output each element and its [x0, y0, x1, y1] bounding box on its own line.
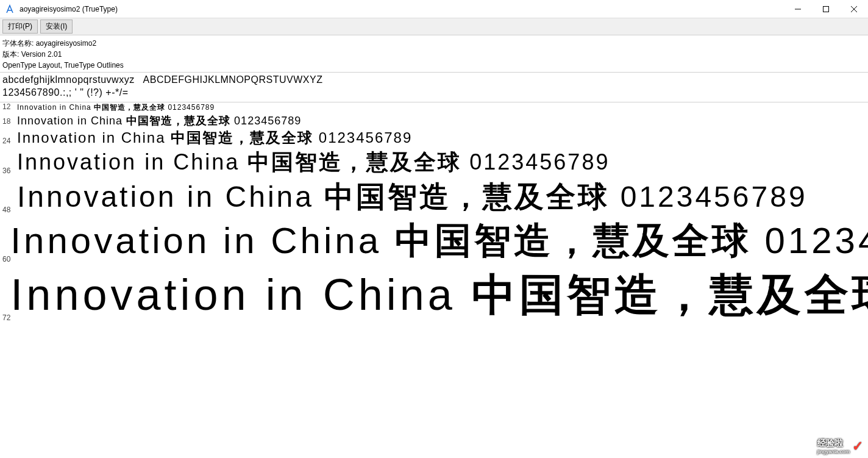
version-label: 版本: — [2, 50, 19, 59]
sample-row-24: 24Innovation in China 中国智造，慧及全球 01234567… — [0, 128, 868, 148]
sample-row-18: 18Innovation in China 中国智造，慧及全球 01234567… — [0, 113, 868, 128]
install-button[interactable]: 安装(I) — [40, 20, 73, 34]
minimize-icon — [795, 6, 801, 12]
sample-row-12: 12Innovation in China 中国智造，慧及全球 01234567… — [0, 102, 868, 113]
size-label: 18 — [2, 117, 17, 128]
sample-text-list: 12Innovation in China 中国智造，慧及全球 01234567… — [0, 102, 868, 324]
sample-row-72: 72Innovation in China 中国智造，慧及全球 01234567… — [0, 266, 868, 324]
font-name-value: aoyagireisyosimo2 — [36, 39, 96, 48]
alphabet-preview: abcdefghijklmnopqrstuvwxyz ABCDEFGHIJKLM… — [0, 73, 868, 102]
maximize-icon — [823, 6, 829, 12]
version-row: 版本: Version 2.01 — [2, 49, 866, 60]
uppercase-letters: ABCDEFGHIJKLMNOPQRSTUVWXYZ — [143, 74, 323, 85]
window-titlebar: aoyagireisyosimo2 (TrueType) — [0, 0, 868, 18]
close-button[interactable] — [840, 0, 868, 18]
sample-text: Innovation in China 中国智造，慧及全球 0123456789 — [17, 177, 808, 216]
checkmark-icon: ✓ — [852, 438, 863, 454]
watermark-text: 经验啦 jingyanla.com — [817, 438, 850, 454]
sample-row-36: 36Innovation in China 中国智造，慧及全球 01234567… — [0, 148, 868, 177]
sample-text: Innovation in China 中国智造，慧及全球 0123456789 — [17, 102, 215, 113]
size-label: 24 — [2, 137, 17, 148]
font-metadata: 字体名称: aoyagireisyosimo2 版本: Version 2.01… — [0, 35, 868, 73]
watermark-sub: jingyanla.com — [817, 449, 850, 454]
alphabet-line-1: abcdefghijklmnopqrstuvwxyz ABCDEFGHIJKLM… — [2, 74, 866, 87]
sample-text: Innovation in China 中国智造，慧及全球 0123456789 — [17, 113, 301, 128]
font-name-row: 字体名称: aoyagireisyosimo2 — [2, 38, 866, 49]
svg-rect-1 — [824, 6, 829, 12]
sample-text: Innovation in China 中国智造，慧及全球 0123456789 — [10, 266, 868, 324]
window-controls — [784, 0, 868, 18]
size-label: 60 — [2, 255, 10, 266]
maximize-button[interactable] — [812, 0, 840, 18]
sample-text: Innovation in China 中国智造，慧及全球 0123456789 — [10, 216, 868, 266]
size-label: 48 — [2, 206, 17, 216]
lowercase-letters: abcdefghijklmnopqrstuvwxyz — [2, 74, 135, 85]
layout-info: OpenType Layout, TrueType Outlines — [2, 60, 866, 71]
sample-row-48: 48Innovation in China 中国智造，慧及全球 01234567… — [0, 177, 868, 216]
watermark-main: 经验啦 — [817, 438, 843, 448]
sample-row-60: 60Innovation in China 中国智造，慧及全球 01234567… — [0, 216, 868, 266]
close-icon — [851, 6, 857, 12]
version-value: Version 2.01 — [21, 50, 62, 59]
minimize-button[interactable] — [784, 0, 812, 18]
size-label: 36 — [2, 166, 17, 177]
size-label: 72 — [2, 313, 10, 324]
watermark: 经验啦 jingyanla.com ✓ — [817, 438, 863, 454]
toolbar: 打印(P) 安装(I) — [0, 18, 868, 35]
font-name-label: 字体名称: — [2, 39, 34, 48]
font-app-icon — [5, 4, 15, 14]
digits-symbols: 1234567890.:,; ' " (!?) +-*/= — [2, 87, 866, 99]
window-title: aoyagireisyosimo2 (TrueType) — [20, 5, 784, 13]
sample-text: Innovation in China 中国智造，慧及全球 0123456789 — [17, 148, 610, 177]
size-label: 12 — [2, 102, 17, 113]
print-button[interactable]: 打印(P) — [2, 20, 38, 34]
sample-text: Innovation in China 中国智造，慧及全球 0123456789 — [17, 128, 412, 148]
